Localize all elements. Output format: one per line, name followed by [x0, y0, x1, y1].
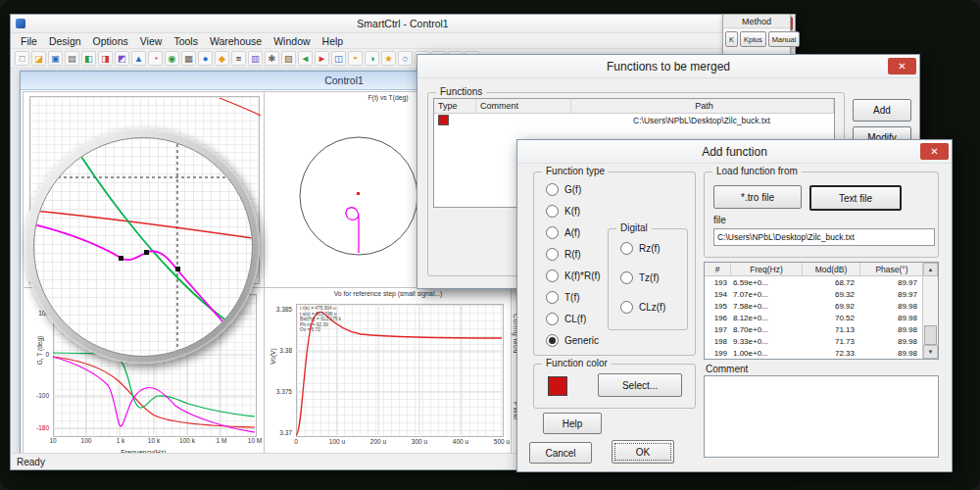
table-row[interactable]: 1936.59e+0...68.7289.97 — [705, 276, 938, 288]
transient-xtick: 300 u — [406, 438, 433, 445]
table-row[interactable]: 1968.12e+0...70.5289.98 — [705, 312, 938, 323]
close-icon[interactable]: ✕ — [920, 143, 949, 160]
radio-label: R(f) — [564, 249, 581, 260]
table-row[interactable]: 1947.07e+0...69.3289.97 — [705, 288, 938, 300]
add-button[interactable]: Add — [853, 99, 911, 122]
close-icon[interactable]: ✕ — [888, 58, 916, 74]
radio-icon — [546, 291, 559, 304]
table-col-header[interactable]: # — [705, 263, 731, 275]
menu-help[interactable]: Help — [317, 35, 350, 47]
warehouse-icon[interactable]: ▨ — [281, 51, 296, 66]
function-data-table[interactable]: #Freq(Hz)Mod(dB)Phase(°) 1936.59e+0...68… — [704, 262, 939, 360]
cancel-button[interactable]: Cancel — [529, 442, 592, 464]
table-col-header[interactable]: Mod(dB) — [803, 263, 860, 275]
phase-xtick: 10 k — [141, 437, 167, 444]
radio-kfrf[interactable]: K(f)*R(f) — [546, 265, 601, 286]
sensor-icon[interactable]: ◨ — [98, 51, 113, 66]
ok-button[interactable]: OK — [612, 440, 674, 464]
functions-col-path[interactable]: Path — [571, 99, 834, 113]
compare-icon[interactable]: ◓ — [348, 51, 363, 66]
functions-dialog-titlebar[interactable]: Functions to be merged ✕ — [417, 55, 919, 78]
menu-options[interactable]: Options — [87, 35, 134, 47]
radio-generic[interactable]: Generic — [546, 329, 601, 351]
open-folder-icon[interactable]: ◪ — [31, 51, 46, 66]
table-cell: 89.98 — [858, 314, 920, 322]
transient-plot[interactable]: Vo for reference step (small signal...) … — [264, 287, 513, 454]
tro-file-button[interactable]: *.tro file — [713, 185, 802, 209]
table-cell: 9.33e+0... — [730, 337, 801, 346]
table-cell: 7.07e+0... — [730, 290, 801, 299]
table-scrollbar[interactable]: ▲ ▼ — [922, 263, 938, 359]
scroll-thumb[interactable] — [924, 325, 937, 345]
add-function-titlebar[interactable]: Add function ✕ — [517, 140, 952, 164]
table-cell: 72.33 — [801, 349, 858, 358]
radio-label: A(f) — [564, 227, 580, 238]
functions-col-comment[interactable]: Comment — [476, 99, 571, 113]
refresh-icon[interactable]: ◑ — [365, 51, 379, 66]
comment-textarea[interactable] — [704, 375, 939, 458]
radio-icon — [546, 334, 559, 347]
radio-tf[interactable]: T(f) — [546, 286, 601, 308]
menu-file[interactable]: File — [15, 35, 43, 47]
polar-plot-icon[interactable]: ◔ — [148, 51, 163, 66]
radio-tzf[interactable]: Tz(f) — [620, 263, 665, 292]
table-row[interactable]: 1978.70e+0...71.1389.98 — [705, 323, 938, 335]
merge-icon[interactable]: ◫ — [331, 51, 346, 66]
settings-icon[interactable]: ✱ — [265, 51, 279, 66]
radio-rf[interactable]: R(f) — [546, 243, 601, 265]
bode-plot-icon[interactable]: ▲ — [131, 51, 146, 66]
menu-view[interactable]: View — [134, 35, 169, 47]
radio-rzf[interactable]: Rz(f) — [620, 233, 665, 263]
table-col-header[interactable]: Freq(Hz) — [731, 263, 803, 275]
menu-design[interactable]: Design — [43, 35, 87, 47]
zoom-icon[interactable]: ● — [198, 51, 213, 66]
table-row[interactable]: 1989.33e+0...71.7389.98 — [705, 335, 938, 347]
scroll-up-icon[interactable]: ▲ — [923, 263, 938, 276]
stability-icon[interactable]: ★ — [381, 51, 396, 66]
table-row[interactable]: 1991.00e+0...72.3389.98 — [705, 347, 938, 359]
menu-warehouse[interactable]: Warehouse — [204, 35, 268, 47]
method-panel-title: Method — [723, 15, 790, 28]
radio-gf[interactable]: G(f) — [546, 178, 601, 200]
transient-xtick: 500 u — [488, 438, 513, 445]
text-file-button[interactable]: Text file — [809, 185, 902, 211]
radio-label: K(f)*R(f) — [564, 270, 601, 281]
scroll-down-icon[interactable]: ▼ — [923, 345, 938, 359]
menu-tools[interactable]: Tools — [168, 35, 204, 47]
functions-col-type[interactable]: Type — [434, 99, 476, 113]
text-note-icon[interactable]: ≡ — [231, 51, 246, 66]
main-titlebar[interactable]: SmartCtrl - Control1 ✕ — [11, 15, 795, 33]
functions-list-row[interactable]: C:\Users\NPbL\Desktop\Zilc_buck.txt — [434, 114, 834, 126]
method-k-button[interactable]: K — [725, 31, 738, 47]
select-color-button[interactable]: Select... — [598, 373, 682, 397]
loop-icon[interactable]: ○ — [398, 51, 413, 66]
regulator-icon[interactable]: ◩ — [115, 51, 129, 66]
new-file-icon[interactable]: □ — [15, 51, 29, 66]
menu-window[interactable]: Window — [268, 35, 316, 47]
help-button[interactable]: Help — [543, 413, 602, 434]
phase-xtick: 10 M — [242, 437, 265, 444]
save-icon[interactable]: ▣ — [48, 51, 63, 66]
control1-title: Control1 — [324, 74, 364, 86]
print-icon[interactable]: ▤ — [65, 51, 79, 66]
grid-icon[interactable]: ▦ — [181, 51, 196, 66]
table-col-header[interactable]: Phase(°) — [860, 263, 924, 275]
calculator-icon[interactable]: ▥ — [248, 51, 263, 66]
table-row[interactable]: 1957.58e+0...69.9289.98 — [705, 300, 938, 312]
transient-plot-icon[interactable]: ◉ — [165, 51, 179, 66]
radio-label: G(f) — [564, 184, 581, 195]
table-header: #Freq(Hz)Mod(dB)Phase(°) — [705, 263, 938, 276]
import-icon[interactable]: ◄ — [298, 51, 313, 66]
transient-xtick: 100 u — [323, 438, 351, 445]
method-kplus-button[interactable]: Kplus — [740, 31, 766, 47]
radio-clf[interactable]: CL(f) — [546, 308, 601, 329]
radio-label: T(f) — [564, 292, 580, 303]
plant-icon[interactable]: ◧ — [81, 51, 96, 66]
radio-kf[interactable]: K(f) — [546, 200, 601, 221]
file-path-field[interactable]: C:\Users\NPbL\Desktop\Zilc_buck.txt — [713, 228, 935, 246]
radio-clzf[interactable]: CLz(f) — [620, 292, 665, 321]
export-icon[interactable]: ► — [315, 51, 329, 66]
radio-af[interactable]: A(f) — [546, 221, 601, 243]
method-manual-button[interactable]: Manual — [768, 31, 801, 47]
marker-icon[interactable]: ◆ — [215, 51, 229, 66]
